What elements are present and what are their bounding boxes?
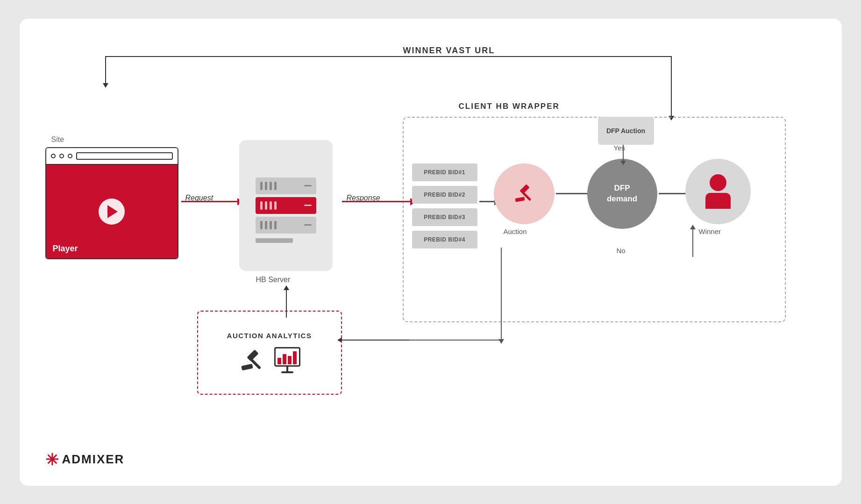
chart-bar-1	[278, 358, 281, 364]
hb-server-label: HB Server	[256, 276, 291, 284]
player-box: Player	[45, 147, 178, 259]
analytics-chart-monitor	[274, 347, 300, 373]
analytics-gavel-icon	[239, 347, 265, 373]
winner-person-icon	[705, 174, 731, 209]
play-triangle-icon	[107, 205, 118, 218]
svg-rect-4	[241, 364, 253, 371]
chart-bar-3	[288, 356, 292, 364]
main-card: WINNER VAST URL CLIENT HB WRAPPER Site P…	[20, 19, 842, 486]
prebid-bid-4: PREBID BID#4	[412, 231, 477, 248]
monitor-screen	[274, 347, 300, 367]
arrow-prebid-to-auction	[479, 201, 495, 202]
hb-server-box	[239, 140, 333, 271]
server-bar-8	[274, 201, 277, 210]
monitor-base	[281, 371, 293, 373]
svg-rect-1	[515, 197, 525, 202]
server-bar-1	[260, 182, 263, 190]
monitor-stand	[286, 367, 288, 371]
dfp-demand-circle: DFPdemand	[587, 159, 657, 229]
arrow-left-to-hb-server	[342, 340, 409, 341]
arrow-dfp-auction-down	[623, 145, 624, 161]
server-unit-2	[256, 197, 316, 214]
browser-urlbar	[76, 152, 173, 160]
arrow-down-to-player	[105, 56, 106, 84]
person-head	[710, 174, 726, 191]
person-body	[705, 193, 731, 209]
analytics-label: AUCTION ANALYTICS	[227, 332, 312, 340]
admixer-brand-text: ADMIXER	[62, 452, 125, 467]
dfp-auction-text: DFP Auction	[606, 127, 645, 135]
prebid-bid-2: PREBID BID#2	[412, 186, 477, 204]
site-label: Site	[51, 135, 64, 144]
chart-bar-4	[293, 351, 297, 364]
no-label: No	[617, 247, 626, 255]
browser-dot-3	[68, 154, 72, 158]
server-bar-4	[274, 182, 277, 190]
prebid-bid-3: PREBID BID#3	[412, 208, 477, 226]
browser-dot-1	[51, 154, 56, 158]
server-dash-1	[304, 185, 312, 186]
player-titlebar	[46, 148, 178, 165]
arrow-auction-to-dfp	[556, 193, 589, 194]
client-hb-wrapper-label: CLIENT HB WRAPPER	[459, 102, 560, 111]
dfp-demand-label: DFPdemand	[607, 183, 637, 204]
server-bar-2	[265, 182, 267, 190]
admixer-star-icon: ✳	[45, 450, 58, 469]
response-label: Response	[347, 194, 380, 202]
chart-bar-2	[283, 354, 286, 364]
server-unit-3	[256, 217, 316, 234]
auction-label: Auction	[504, 227, 527, 235]
auction-circle	[494, 163, 555, 224]
admixer-logo: ✳ ADMIXER	[45, 450, 125, 469]
analytics-box: AUCTION ANALYTICS	[197, 311, 342, 395]
play-button[interactable]	[99, 199, 125, 225]
winner-circle	[685, 159, 751, 224]
server-base	[256, 238, 293, 243]
analytics-icons	[239, 347, 300, 373]
prebid-bid-1: PREBID BID#1	[412, 163, 477, 181]
server-bar-3	[270, 182, 272, 190]
gavel-icon	[513, 183, 535, 205]
server-stack	[256, 177, 316, 243]
server-bar-12	[274, 221, 277, 229]
player-label: Player	[53, 244, 78, 254]
server-unit-1	[256, 177, 316, 194]
winner-vast-url-label: WINNER VAST URL	[403, 46, 495, 56]
server-bar-5	[260, 201, 263, 210]
server-bar-7	[270, 201, 272, 210]
prebid-bid-container: PREBID BID#1 PREBID BID#2 PREBID BID#3 P…	[412, 163, 477, 248]
server-bar-11	[270, 221, 272, 229]
player-content: Player	[46, 165, 178, 258]
dfp-auction-box: DFP Auction	[598, 117, 654, 145]
svg-rect-0	[519, 184, 529, 194]
browser-dot-2	[59, 154, 64, 158]
request-label: Request	[185, 194, 213, 202]
arrow-no-down	[692, 229, 693, 257]
top-horizontal-line	[105, 56, 672, 57]
arrow-dfp-to-winner	[659, 193, 687, 194]
server-bar-10	[265, 221, 267, 229]
server-dash-2	[304, 205, 312, 206]
arrow-down-to-analytics-vertical	[501, 248, 502, 340]
server-bar-9	[260, 221, 263, 229]
winner-label: Winner	[699, 227, 721, 235]
arrow-down-to-winner	[671, 56, 672, 117]
server-bar-6	[265, 201, 267, 210]
server-dash-3	[304, 224, 312, 226]
